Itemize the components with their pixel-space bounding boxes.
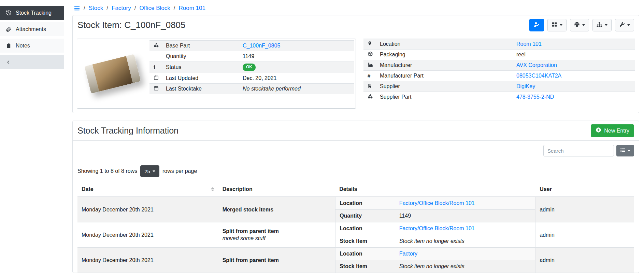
- detail-value: Stock item no longer exists: [395, 235, 535, 248]
- stock-tracking-card: Stock Tracking Information New Entry: [72, 121, 639, 273]
- building-icon: [368, 84, 372, 90]
- item-details-table-left: Base Part C_100nF_0805 Quantity 1149 Sta…: [149, 40, 354, 94]
- stock-actions-button[interactable]: [547, 19, 567, 31]
- breadcrumb-link-stock[interactable]: Stock: [89, 5, 103, 12]
- item-media-panel: Base Part C_100nF_0805 Quantity 1149 Sta…: [77, 39, 356, 109]
- table-header-row: Date Description Details U: [77, 182, 634, 197]
- column-header-user: User: [535, 182, 634, 197]
- last-stocktake-value: No stocktake performed: [239, 83, 354, 94]
- row-description: Merged stock items: [218, 197, 335, 222]
- breadcrumb-separator: /: [174, 5, 175, 12]
- details-subtable: Location Factory/Office Block/Room 101 Q…: [335, 197, 535, 222]
- sidebar-item-label: Stock Tracking: [16, 10, 52, 16]
- base-part-link[interactable]: C_100nF_0805: [243, 43, 280, 49]
- location-link[interactable]: Factory: [399, 251, 417, 257]
- detail-subrow: Location Factory/Office Block/Room 101: [335, 222, 535, 235]
- row-date: Monday December 20th 2021: [77, 197, 218, 222]
- page-size-value: 25: [144, 168, 150, 174]
- column-header-date[interactable]: Date: [77, 182, 218, 197]
- status-badge: OK: [243, 64, 256, 71]
- section-title: Stock Tracking Information: [77, 126, 178, 136]
- list-icon: [620, 148, 626, 154]
- supplier-link[interactable]: DigiKey: [516, 83, 535, 89]
- part-thumbnail[interactable]: [78, 40, 147, 107]
- manufacturer-part-link[interactable]: 08053C104KAT2A: [516, 73, 561, 79]
- chevron-down-icon: [605, 24, 607, 26]
- breadcrumb: / Stock / Factory / Office Block / Room …: [74, 5, 639, 12]
- details-subtable: Location Factory/Office Block/Room 101 S…: [335, 222, 535, 247]
- detail-row: Last Stocktake No stocktake performed: [149, 83, 354, 94]
- breadcrumb-link-office-block[interactable]: Office Block: [139, 5, 170, 12]
- edit-actions-button[interactable]: [615, 19, 634, 31]
- breadcrumb-link-room-101[interactable]: Room 101: [179, 5, 205, 12]
- industry-icon: [368, 63, 373, 68]
- detail-subrow: Stock Item Stock item no longer exists: [335, 235, 535, 248]
- detail-label: Manufacturer: [376, 60, 512, 71]
- sidebar-item-attachments[interactable]: Attachments: [0, 22, 64, 36]
- grid-icon: [552, 22, 557, 29]
- rows-per-page-label: rows per page: [162, 168, 197, 174]
- last-updated-value: Dec. 20, 2021: [239, 73, 354, 83]
- search-input[interactable]: [543, 145, 614, 156]
- supplier-part-link[interactable]: 478-3755-2-ND: [516, 94, 554, 100]
- stock-item-card-header: Stock Item: C_100nF_0805: [73, 15, 639, 35]
- manufacturer-link[interactable]: AVX Corporation: [516, 62, 557, 68]
- note-icon: [5, 43, 12, 49]
- chevron-down-icon: [153, 170, 155, 172]
- sort-icon: [211, 187, 214, 191]
- row-description-note: moved some stuff: [223, 235, 331, 242]
- sitemap-icon: [597, 22, 602, 29]
- breadcrumb-separator: /: [84, 5, 85, 12]
- print-actions-button[interactable]: [570, 19, 589, 31]
- hash-icon: [368, 73, 370, 79]
- detail-label: Base Part: [162, 41, 239, 51]
- column-label: Details: [339, 186, 357, 192]
- row-user: admin: [535, 197, 634, 222]
- info-icon: [154, 64, 156, 70]
- detail-row: Last Updated Dec. 20, 2021: [149, 73, 354, 83]
- table-row: Monday December 20th 2021 Split from par…: [77, 248, 634, 273]
- detail-row: Location Room 101: [363, 39, 635, 50]
- location-link[interactable]: Factory/Office Block/Room 101: [399, 225, 475, 231]
- detail-label: Location: [335, 248, 395, 260]
- user-actions-button[interactable]: [529, 19, 544, 31]
- detail-label: Manufacturer Part: [376, 71, 512, 81]
- detail-subrow: Quantity 1149: [335, 210, 535, 222]
- table-columns-button[interactable]: [616, 145, 634, 156]
- new-entry-button[interactable]: New Entry: [591, 124, 634, 137]
- pagination-bar: Showing 1 to 8 of 8 rows 25 rows per pag…: [77, 165, 634, 177]
- chevron-down-icon: [627, 24, 630, 26]
- detail-row: Supplier DigiKey: [363, 81, 635, 92]
- details-subtable: Location Factory Stock Item Stock item n…: [335, 248, 535, 273]
- location-link[interactable]: Factory/Office Block/Room 101: [399, 200, 475, 206]
- page-size-button[interactable]: 25: [140, 165, 159, 177]
- tracking-table: Date Description Details U: [77, 182, 634, 273]
- sidebar-item-label: Attachments: [16, 26, 46, 32]
- detail-value: 1149: [395, 210, 535, 222]
- capacitor-body: [92, 56, 133, 91]
- box-icon: [368, 52, 373, 58]
- sidebar-collapse-button[interactable]: [0, 55, 64, 69]
- location-link[interactable]: Room 101: [516, 41, 542, 47]
- history-icon: [5, 10, 12, 16]
- detail-label: Quantity: [162, 51, 239, 62]
- table-row: Monday December 20th 2021 Split from par…: [77, 222, 634, 248]
- detail-row: Packaging reel: [363, 50, 635, 60]
- stock-tracking-body: Showing 1 to 8 of 8 rows 25 rows per pag…: [73, 141, 639, 273]
- calendar-icon: [154, 86, 159, 92]
- stock-tracking-header: Stock Tracking Information New Entry: [73, 121, 639, 141]
- new-entry-label: New Entry: [604, 128, 629, 134]
- breadcrumb-link-factory[interactable]: Factory: [112, 5, 131, 12]
- map-marker-icon: [368, 41, 372, 47]
- transfer-actions-button[interactable]: [592, 19, 612, 31]
- hamburger-icon[interactable]: [74, 5, 80, 12]
- chevron-left-icon: [5, 60, 12, 65]
- sidebar-item-stock-tracking[interactable]: Stock Tracking: [0, 6, 64, 20]
- detail-label: Last Updated: [162, 73, 239, 83]
- detail-row: Manufacturer AVX Corporation: [363, 60, 635, 71]
- main-content: / Stock / Factory / Office Block / Room …: [64, 0, 644, 273]
- sidebar: Stock Tracking Attachments Notes: [0, 0, 64, 69]
- item-details-table-right: Location Room 101 Packaging reel Manufac…: [363, 39, 635, 102]
- column-label: Date: [82, 186, 94, 192]
- sidebar-item-notes[interactable]: Notes: [0, 39, 64, 53]
